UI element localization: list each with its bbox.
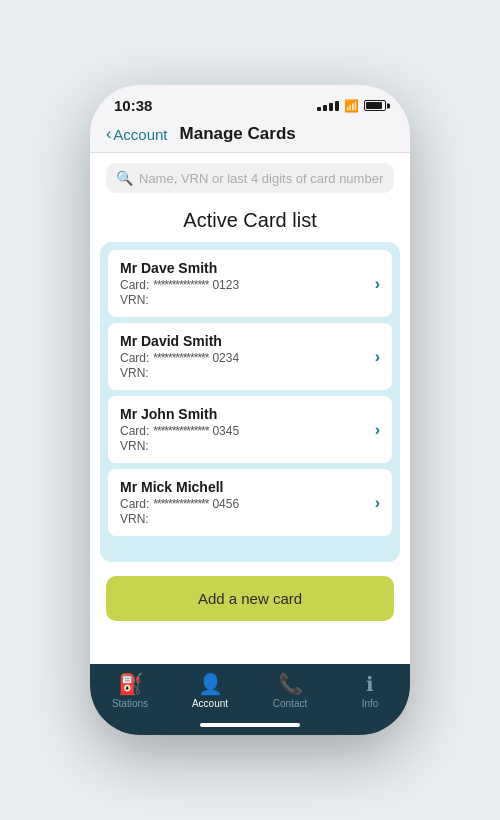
back-label: Account <box>113 126 167 143</box>
bottom-nav-item-account[interactable]: 👤 Account <box>180 672 240 709</box>
card-number-row: Card: *************** 0234 <box>120 351 375 365</box>
vrn-label: VRN: <box>120 512 149 526</box>
search-box[interactable]: 🔍 Name, VRN or last 4 digits of card num… <box>106 163 394 193</box>
signal-icon <box>317 101 339 111</box>
bottom-nav-icon-stations: ⛽ <box>118 672 143 696</box>
card-item[interactable]: Mr David Smith Card: *************** 023… <box>108 323 392 390</box>
card-vrn-row: VRN: <box>120 439 375 453</box>
vrn-label: VRN: <box>120 366 149 380</box>
card-stars: *************** <box>153 497 208 511</box>
bottom-nav-item-stations[interactable]: ⛽ Stations <box>100 672 160 709</box>
bottom-nav: ⛽ Stations 👤 Account 📞 Contact ℹ Info <box>90 664 410 719</box>
vrn-label: VRN: <box>120 439 149 453</box>
card-vrn-row: VRN: <box>120 293 375 307</box>
bottom-nav-label-contact: Contact <box>273 698 307 709</box>
card-name: Mr John Smith <box>120 406 375 422</box>
card-number-row: Card: *************** 0345 <box>120 424 375 438</box>
page-title: Manage Cards <box>180 124 296 144</box>
bottom-nav-icon-contact: 📞 <box>278 672 303 696</box>
card-info: Mr David Smith Card: *************** 023… <box>120 333 375 380</box>
status-time: 10:38 <box>114 97 152 114</box>
back-chevron-icon: ‹ <box>106 125 111 143</box>
nav-bar: ‹ Account Manage Cards <box>90 118 410 153</box>
bottom-nav-item-info[interactable]: ℹ Info <box>340 672 400 709</box>
home-indicator <box>90 719 410 735</box>
battery-icon <box>364 100 386 111</box>
card-info: Mr Dave Smith Card: *************** 0123… <box>120 260 375 307</box>
card-number-row: Card: *************** 0123 <box>120 278 375 292</box>
card-digits: 0234 <box>212 351 239 365</box>
card-chevron-icon: › <box>375 275 380 293</box>
search-input[interactable]: Name, VRN or last 4 digits of card numbe… <box>139 171 383 186</box>
card-name: Mr David Smith <box>120 333 375 349</box>
bottom-nav-icon-account: 👤 <box>198 672 223 696</box>
card-item[interactable]: Mr Dave Smith Card: *************** 0123… <box>108 250 392 317</box>
search-area: 🔍 Name, VRN or last 4 digits of card num… <box>90 153 410 203</box>
home-bar <box>200 723 300 727</box>
card-stars: *************** <box>153 351 208 365</box>
card-label: Card: <box>120 424 149 438</box>
card-stars: *************** <box>153 424 208 438</box>
search-icon: 🔍 <box>116 170 133 186</box>
card-chevron-icon: › <box>375 494 380 512</box>
card-label: Card: <box>120 351 149 365</box>
card-label: Card: <box>120 497 149 511</box>
card-stars: *************** <box>153 278 208 292</box>
bottom-nav-label-info: Info <box>362 698 379 709</box>
card-digits: 0123 <box>212 278 239 292</box>
card-chevron-icon: › <box>375 421 380 439</box>
phone-frame: 10:38 📶 ‹ Account Manage Cards 🔍 <box>90 85 410 735</box>
card-name: Mr Dave Smith <box>120 260 375 276</box>
bottom-nav-label-account: Account <box>192 698 228 709</box>
status-bar: 10:38 📶 <box>90 85 410 118</box>
back-button[interactable]: ‹ Account <box>106 125 168 143</box>
card-digits: 0345 <box>212 424 239 438</box>
card-info: Mr Mick Michell Card: *************** 04… <box>120 479 375 526</box>
bottom-nav-icon-info: ℹ <box>366 672 374 696</box>
add-card-area: Add a new card <box>90 562 410 631</box>
cards-list: Mr Dave Smith Card: *************** 0123… <box>100 242 400 562</box>
phone-content: 🔍 Name, VRN or last 4 digits of card num… <box>90 153 410 664</box>
bottom-nav-item-contact[interactable]: 📞 Contact <box>260 672 320 709</box>
bottom-nav-label-stations: Stations <box>112 698 148 709</box>
section-title: Active Card list <box>183 209 316 231</box>
vrn-label: VRN: <box>120 293 149 307</box>
wifi-icon: 📶 <box>344 99 359 113</box>
card-item[interactable]: Mr Mick Michell Card: *************** 04… <box>108 469 392 536</box>
card-digits: 0456 <box>212 497 239 511</box>
status-icons: 📶 <box>317 99 386 113</box>
card-vrn-row: VRN: <box>120 512 375 526</box>
card-info: Mr John Smith Card: *************** 0345… <box>120 406 375 453</box>
card-number-row: Card: *************** 0456 <box>120 497 375 511</box>
card-name: Mr Mick Michell <box>120 479 375 495</box>
card-chevron-icon: › <box>375 348 380 366</box>
section-title-area: Active Card list <box>90 203 410 242</box>
add-card-button[interactable]: Add a new card <box>106 576 394 621</box>
card-item[interactable]: Mr John Smith Card: *************** 0345… <box>108 396 392 463</box>
card-label: Card: <box>120 278 149 292</box>
card-vrn-row: VRN: <box>120 366 375 380</box>
